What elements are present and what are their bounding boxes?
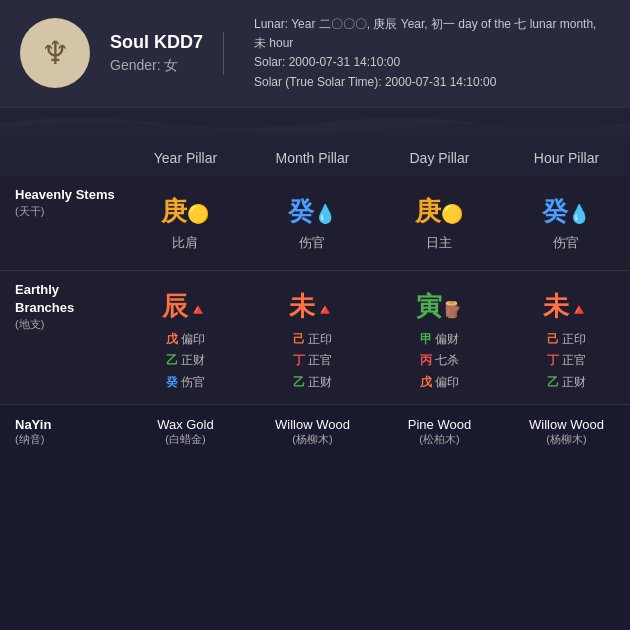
eb-hour-sub-list: 己 正印 丁 正官 乙 正财 — [508, 329, 625, 394]
hs-month-emoji: 💧 — [314, 204, 336, 224]
eb-year-item-2: 乙 正财 — [127, 350, 244, 372]
header-section: ♆ Soul KDD7 Gender: 女 Lunar: Year 二〇〇〇, … — [0, 0, 630, 108]
nayin-day-cell: Pine Wood (松柏木) — [376, 404, 503, 459]
eb-year-emoji: 🔺 — [188, 301, 208, 318]
hs-month-cell: 癸💧 伤官 — [249, 176, 376, 271]
hs-year-char-row: 庚🟡 — [127, 186, 244, 234]
nayin-month-sub: (杨柳木) — [254, 432, 371, 447]
eb-year-cell: 辰🔺 戊 偏印 乙 正财 癸 伤官 — [122, 270, 249, 404]
eb-year-char-row: 辰🔺 — [127, 281, 244, 329]
nayin-hour-value: Willow Wood — [508, 417, 625, 432]
year-pillar-header: Year Pillar — [122, 138, 249, 176]
nayin-day-value: Pine Wood — [381, 417, 498, 432]
hs-year-cell: 庚🟡 比肩 — [122, 176, 249, 271]
eb-hour-emoji: 🔺 — [569, 301, 589, 318]
eb-month-char: 未 — [289, 291, 315, 321]
solar-line: Solar: 2000-07-31 14:10:00 — [254, 53, 610, 72]
eb-hour-cell: 未🔺 己 正印 丁 正官 乙 正财 — [503, 270, 630, 404]
eb-day-char: 寅 — [416, 291, 442, 321]
month-pillar-header: Month Pillar — [249, 138, 376, 176]
nayin-year-sub: (白蜡金) — [127, 432, 244, 447]
eb-month-char-row: 未🔺 — [254, 281, 371, 329]
lunar-line1: Lunar: Year 二〇〇〇, 庚辰 Year, 初一 day of the… — [254, 15, 610, 53]
eb-hour-item-3: 乙 正财 — [508, 372, 625, 394]
hs-day-cell: 庚🟡 日主 — [376, 176, 503, 271]
heavenly-stems-row: Heavenly Stems (天干) 庚🟡 比肩 癸💧 伤官 庚🟡 日主 — [0, 176, 630, 271]
hs-hour-char: 癸 — [542, 196, 568, 226]
eb-day-sub-list: 甲 偏财 丙 七杀 戊 偏印 — [381, 329, 498, 394]
hs-month-char: 癸 — [288, 196, 314, 226]
day-pillar-header: Day Pillar — [376, 138, 503, 176]
nayin-year-cell: Wax Gold (白蜡金) — [122, 404, 249, 459]
hs-month-sub: 伤官 — [254, 234, 371, 260]
hs-hour-emoji: 💧 — [568, 204, 590, 224]
nayin-row: NaYin (纳音) Wax Gold (白蜡金) Willow Wood (杨… — [0, 404, 630, 459]
hs-day-sub: 日主 — [381, 234, 498, 260]
nayin-month-cell: Willow Wood (杨柳木) — [249, 404, 376, 459]
profile-name: Soul KDD7 — [110, 32, 203, 53]
eb-day-item-3: 戊 偏印 — [381, 372, 498, 394]
hs-hour-char-row: 癸💧 — [508, 186, 625, 234]
avatar: ♆ — [20, 18, 90, 88]
hs-hour-cell: 癸💧 伤官 — [503, 176, 630, 271]
nayin-sub-label: (纳音) — [15, 432, 117, 447]
wave-decoration — [0, 108, 630, 138]
earthly-branches-label: Earthly Branches (地支) — [0, 270, 122, 404]
eb-hour-char: 未 — [543, 291, 569, 321]
eb-month-emoji: 🔺 — [315, 301, 335, 318]
eb-month-item-1: 己 正印 — [254, 329, 371, 351]
hs-day-emoji: 🟡 — [441, 204, 463, 224]
column-headers: Year Pillar Month Pillar Day Pillar Hour… — [0, 138, 630, 176]
solar-true-line: Solar (True Solar Time): 2000-07-31 14:1… — [254, 73, 610, 92]
heavenly-stems-label: Heavenly Stems (天干) — [0, 176, 122, 271]
eb-day-emoji: 🪵 — [442, 301, 462, 318]
hs-year-char: 庚 — [161, 196, 187, 226]
eb-month-sub-list: 己 正印 丁 正官 乙 正财 — [254, 329, 371, 394]
hs-hour-sub: 伤官 — [508, 234, 625, 260]
eb-hour-item-2: 丁 正官 — [508, 350, 625, 372]
profile-gender: Gender: 女 — [110, 57, 203, 75]
eb-hour-item-1: 己 正印 — [508, 329, 625, 351]
nayin-label: NaYin — [15, 417, 117, 432]
eb-year-item-1: 戊 偏印 — [127, 329, 244, 351]
lunar-info: Lunar: Year 二〇〇〇, 庚辰 Year, 初一 day of the… — [244, 15, 610, 92]
eb-year-item-3: 癸 伤官 — [127, 372, 244, 394]
nayin-year-value: Wax Gold — [127, 417, 244, 432]
earthly-branches-row: Earthly Branches (地支) 辰🔺 戊 偏印 乙 正财 癸 伤官 … — [0, 270, 630, 404]
eb-year-char: 辰 — [162, 291, 188, 321]
eb-day-char-row: 寅🪵 — [381, 281, 498, 329]
eb-day-cell: 寅🪵 甲 偏财 丙 七杀 戊 偏印 — [376, 270, 503, 404]
eb-year-sub-list: 戊 偏印 乙 正财 癸 伤官 — [127, 329, 244, 394]
eb-day-item-2: 丙 七杀 — [381, 350, 498, 372]
nayin-hour-sub: (杨柳木) — [508, 432, 625, 447]
label-col-header — [0, 138, 122, 176]
hs-year-emoji: 🟡 — [187, 204, 209, 224]
nayin-month-value: Willow Wood — [254, 417, 371, 432]
eb-month-item-3: 乙 正财 — [254, 372, 371, 394]
profile-info: Soul KDD7 Gender: 女 — [110, 32, 224, 75]
eb-hour-char-row: 未🔺 — [508, 281, 625, 329]
hs-year-sub: 比肩 — [127, 234, 244, 260]
nayin-label-cell: NaYin (纳音) — [0, 404, 122, 459]
main-table: Year Pillar Month Pillar Day Pillar Hour… — [0, 138, 630, 459]
nayin-hour-cell: Willow Wood (杨柳木) — [503, 404, 630, 459]
hour-pillar-header: Hour Pillar — [503, 138, 630, 176]
avatar-symbol: ♆ — [41, 34, 70, 72]
hs-day-char: 庚 — [415, 196, 441, 226]
eb-day-item-1: 甲 偏财 — [381, 329, 498, 351]
hs-month-char-row: 癸💧 — [254, 186, 371, 234]
hs-day-char-row: 庚🟡 — [381, 186, 498, 234]
eb-month-item-2: 丁 正官 — [254, 350, 371, 372]
nayin-day-sub: (松柏木) — [381, 432, 498, 447]
eb-month-cell: 未🔺 己 正印 丁 正官 乙 正财 — [249, 270, 376, 404]
